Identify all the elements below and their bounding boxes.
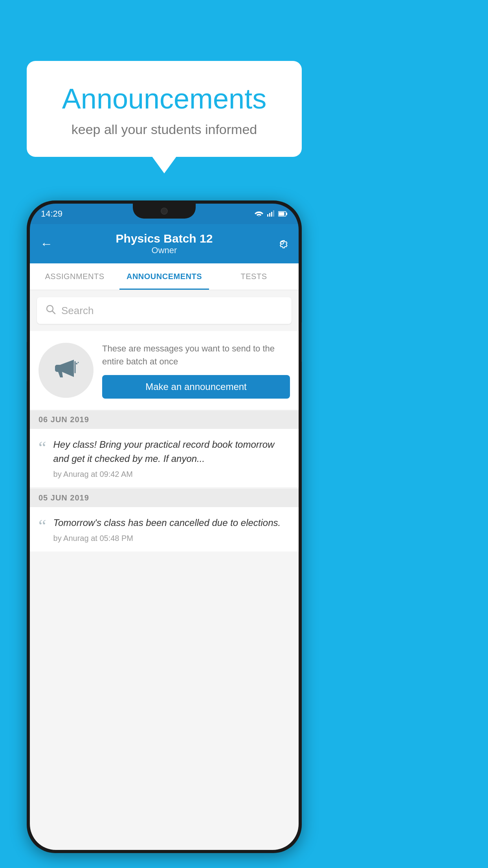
svg-rect-6 (279, 212, 284, 215)
search-icon (46, 304, 56, 317)
make-announcement-button[interactable]: Make an announcement (102, 375, 290, 399)
power-button (301, 322, 302, 362)
tab-assignments[interactable]: ASSIGNMENTS (30, 263, 119, 290)
svg-rect-0 (267, 214, 268, 217)
phone-frame: 14:29 ← Physics Batch 12 Owner (27, 200, 302, 853)
svg-line-8 (52, 311, 55, 314)
announcement-meta-2: by Anurag at 05:48 PM (53, 534, 290, 543)
announcement-item-2[interactable]: “ Tomorrow's class has been cancelled du… (30, 507, 299, 552)
announcement-content-2: Tomorrow's class has been cancelled due … (53, 516, 290, 543)
announcement-text-2: Tomorrow's class has been cancelled due … (53, 516, 290, 530)
wifi-icon (255, 210, 263, 219)
svg-rect-3 (273, 210, 274, 217)
tab-announcements[interactable]: ANNOUNCEMENTS (119, 263, 209, 290)
content-area: Search These are messages you wan (30, 290, 299, 850)
tab-bar: ASSIGNMENTS ANNOUNCEMENTS TESTS (30, 263, 299, 290)
promo-card: These are messages you want to send to t… (30, 331, 299, 410)
megaphone-icon (52, 354, 80, 387)
settings-icon[interactable] (276, 236, 288, 252)
announcement-text-1: Hey class! Bring your practical record b… (53, 438, 290, 466)
battery-icon (278, 210, 288, 219)
quote-icon-2: “ (39, 517, 46, 535)
tab-tests[interactable]: TESTS (209, 263, 299, 290)
phone-screen: 14:29 ← Physics Batch 12 Owner (30, 204, 299, 850)
header-subtitle: Owner (116, 245, 213, 256)
svg-rect-1 (269, 213, 270, 217)
date-separator-2: 05 JUN 2019 (30, 489, 299, 507)
announcements-subtitle: keep all your students informed (46, 122, 282, 137)
volume-down-button (27, 350, 27, 381)
phone-notch (133, 204, 196, 219)
header-center: Physics Batch 12 Owner (116, 232, 213, 256)
search-bar[interactable]: Search (37, 297, 292, 324)
announcement-meta-1: by Anurag at 09:42 AM (53, 470, 290, 479)
signal-icon (267, 210, 274, 219)
search-placeholder: Search (61, 305, 94, 317)
status-time: 14:29 (41, 209, 62, 219)
quote-icon-1: “ (39, 439, 46, 456)
speech-bubble: Announcements keep all your students inf… (27, 61, 302, 157)
promo-description: These are messages you want to send to t… (102, 342, 290, 368)
svg-point-9 (76, 363, 77, 364)
promo-right: These are messages you want to send to t… (102, 342, 290, 399)
svg-rect-5 (286, 213, 287, 215)
front-camera (161, 208, 168, 215)
announcement-item-1[interactable]: “ Hey class! Bring your practical record… (30, 429, 299, 488)
back-button[interactable]: ← (40, 237, 53, 251)
announcements-title: Announcements (46, 83, 282, 115)
volume-up-button (27, 311, 27, 342)
svg-point-10 (78, 362, 79, 363)
svg-rect-2 (271, 212, 272, 217)
promo-icon-circle (39, 343, 94, 398)
app-header: ← Physics Batch 12 Owner (30, 224, 299, 263)
status-icons (255, 210, 288, 219)
date-separator-1: 06 JUN 2019 (30, 410, 299, 429)
header-title: Physics Batch 12 (116, 232, 213, 245)
announcement-content-1: Hey class! Bring your practical record b… (53, 438, 290, 479)
speech-bubble-wrapper: Announcements keep all your students inf… (27, 61, 302, 157)
